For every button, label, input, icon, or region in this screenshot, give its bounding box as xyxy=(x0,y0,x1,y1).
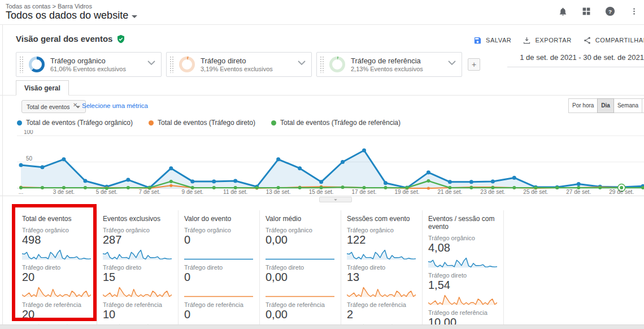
drag-handle-icon[interactable] xyxy=(320,56,325,73)
svg-text:19 de set.: 19 de set. xyxy=(395,189,420,195)
legend-item-direct: Total de eventos (Tráfego direto) xyxy=(149,119,255,127)
share-button[interactable]: COMPARTILHAR xyxy=(583,36,644,45)
segment-title: Tráfego de referência xyxy=(351,57,423,65)
sparkline-direct xyxy=(428,293,497,305)
sparkline-flat xyxy=(184,248,253,260)
add-segment-button[interactable]: + xyxy=(468,58,480,71)
save-button[interactable]: SALVAR xyxy=(473,36,511,45)
svg-text:50: 50 xyxy=(26,155,33,162)
segment-subtitle: 2,13% Eventos exclusivos xyxy=(351,66,423,72)
svg-text:5 de set.: 5 de set. xyxy=(96,189,118,195)
share-icon xyxy=(583,36,591,45)
chart-legend: Total de eventos (Tráfego orgânico) Tota… xyxy=(17,119,401,127)
chevron-down-icon[interactable] xyxy=(298,60,306,66)
help-icon[interactable]: ? xyxy=(604,6,616,17)
legend-dot-orange xyxy=(149,120,154,125)
svg-text:11 de set.: 11 de set. xyxy=(223,189,247,195)
svg-text:17 de set.: 17 de set. xyxy=(352,189,377,195)
breadcrumb[interactable]: Todas as contas > Barra Vidros xyxy=(6,3,92,10)
more-vertical-icon[interactable] xyxy=(628,6,639,17)
svg-text:?: ? xyxy=(608,8,612,15)
segment-title: Tráfego direto xyxy=(201,57,273,65)
sparkline-direct xyxy=(22,285,91,297)
bell-icon[interactable] xyxy=(557,6,568,17)
ga-events-overview-page: Todas as contas > Barra Vidros Todos os … xyxy=(0,0,644,329)
svg-text:...: ... xyxy=(19,189,23,195)
sparkline-organic xyxy=(347,248,416,260)
drag-handle-icon[interactable] xyxy=(169,56,175,73)
metric-value: 15 xyxy=(103,271,173,284)
metric-value: 0,00 xyxy=(266,271,336,284)
metric-value: 287 xyxy=(103,233,173,246)
metric-value: 0 xyxy=(184,271,255,284)
granularity-por-hora[interactable]: Por hora xyxy=(568,98,598,113)
metric-value: 498 xyxy=(22,233,92,246)
segment-card-organic[interactable]: Tráfego orgânico 61,06% Eventos exclusiv… xyxy=(16,52,162,77)
sparkline-organic xyxy=(22,248,91,260)
card-title: Valor do evento xyxy=(184,215,255,223)
chevron-down-icon xyxy=(334,199,337,201)
select-metric-link[interactable]: Selecione uma métrica xyxy=(82,102,148,109)
apps-grid-icon[interactable] xyxy=(581,6,592,17)
svg-text:3 de set.: 3 de set. xyxy=(53,189,75,195)
sparkline-organic xyxy=(103,248,172,260)
svg-text:100: 100 xyxy=(24,130,33,135)
date-range-selector[interactable]: 1 de set. de 2021 - 30 de set. de 2021 xyxy=(507,53,644,67)
chevron-down-icon[interactable] xyxy=(448,60,456,66)
horizontal-scrollbar[interactable] xyxy=(0,324,644,329)
legend-dot-blue xyxy=(17,120,22,125)
download-icon xyxy=(523,36,531,45)
segment-card-direct[interactable]: Tráfego direto 3,19% Eventos exclusivos xyxy=(166,52,312,77)
metric-value: 0,00 xyxy=(266,233,336,246)
chart-divider xyxy=(0,196,644,196)
metric-value: 0 xyxy=(184,233,255,246)
card-title: Eventos exclusivos xyxy=(103,215,173,223)
metric-value: 13 xyxy=(347,271,417,284)
granularity-semana[interactable]: Semana xyxy=(613,98,642,113)
property-selector[interactable]: Todos os dados do website xyxy=(6,10,137,21)
chevron-down-icon[interactable] xyxy=(147,60,155,66)
card-sessoes-com-evento: Sessões com evento Tráfego orgânico 122 … xyxy=(341,210,423,329)
metric-value: 1,54 xyxy=(428,279,499,292)
tab-visao-geral[interactable]: Visão geral xyxy=(16,80,69,96)
chart-collapse-handle[interactable] xyxy=(319,197,352,202)
segment-card-referral[interactable]: Tráfego de referência 2,13% Eventos excl… xyxy=(316,52,462,77)
chevron-down-icon xyxy=(132,15,137,18)
svg-text:29 de set.: 29 de set. xyxy=(609,189,634,195)
legend-dot-green xyxy=(271,120,276,125)
main-chart[interactable]: 10050...3 de set.5 de set.7 de set.9 de … xyxy=(0,130,644,204)
card-valor-do-evento: Valor do evento Tráfego orgânico 0 Tráfe… xyxy=(179,210,260,329)
tab-strip: Visão geral xyxy=(0,80,644,96)
report-toolbar: SALVAR EXPORTAR COMPARTILHAR 3 INSIGHTS xyxy=(473,34,644,46)
property-title: Todos os dados do website xyxy=(6,10,128,21)
donut-chart-icon xyxy=(29,57,45,72)
sparkline-flat xyxy=(184,285,253,297)
metric-value: 20 xyxy=(22,308,92,321)
sparkline-direct xyxy=(103,285,172,297)
metric-value: 0,00 xyxy=(266,308,336,321)
top-bar: Todas as contas > Barra Vidros Todos os … xyxy=(0,0,644,25)
granularity-group: Por hora Dia Semana Mês xyxy=(569,98,644,113)
svg-text:27 de set.: 27 de set. xyxy=(566,189,591,195)
legend-item-referral: Total de eventos (Tráfego de referência) xyxy=(271,119,401,127)
metric-value: 2 xyxy=(347,308,417,321)
svg-text:9 de set.: 9 de set. xyxy=(182,189,203,195)
svg-text:25 de set.: 25 de set. xyxy=(523,189,548,195)
card-title: Eventos / sessão com evento xyxy=(428,215,499,231)
granularity-mes[interactable]: Mês xyxy=(642,98,644,113)
segment-title: Tráfego orgânico xyxy=(50,57,126,65)
remove-metric-icon[interactable]: ✕ xyxy=(73,102,77,108)
metric-value: 10 xyxy=(103,308,173,321)
sparkline-direct xyxy=(347,285,416,297)
export-button[interactable]: EXPORTAR xyxy=(523,36,571,45)
verified-shield-icon xyxy=(116,34,125,44)
card-eventos-por-sessao: Eventos / sessão com evento Tráfego orgâ… xyxy=(423,210,504,329)
drag-handle-icon[interactable] xyxy=(19,56,24,73)
segment-subtitle: 61,06% Eventos exclusivos xyxy=(50,66,126,72)
legend-item-organic: Total de eventos (Tráfego orgânico) xyxy=(17,119,133,127)
metric-value: 20 xyxy=(22,271,92,284)
donut-chart-icon xyxy=(329,57,345,72)
granularity-dia[interactable]: Dia xyxy=(597,98,614,113)
page-title: Visão geral dos eventos xyxy=(16,34,125,44)
card-valor-medio: Valor médio Tráfego orgânico 0,00 Tráfeg… xyxy=(260,210,341,329)
